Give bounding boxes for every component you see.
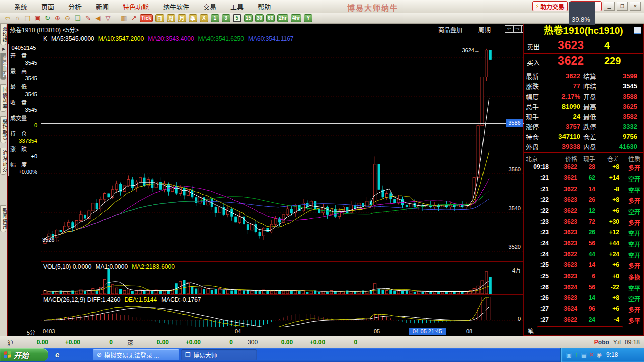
- menu-item[interactable]: 分析: [61, 0, 89, 13]
- period-button-Tick[interactable]: Tick: [140, 14, 153, 22]
- sidebar-tab-6[interactable]: 新闻资讯: [0, 205, 6, 232]
- kline-indicator-header: KMA5:3545.0000MA10:3547.2000MA20:3543.40…: [43, 35, 297, 42]
- zoom-in-icon[interactable]: ⊕: [53, 14, 62, 22]
- percent-tooltip: 39.8%: [569, 2, 595, 25]
- sidebar-tab-4[interactable]: 股指期货: [0, 116, 6, 143]
- prev-arrow-icon[interactable]: ⇦: [505, 25, 513, 33]
- start-button[interactable]: 开始: [0, 348, 48, 361]
- quote-value: 3599: [602, 72, 640, 80]
- tick-time: :24: [526, 251, 549, 259]
- tick-time: :21: [526, 186, 549, 194]
- volume-icon[interactable]: ◉: [595, 351, 603, 358]
- overlay-link[interactable]: 商品叠加: [438, 25, 462, 34]
- zoom-out-icon[interactable]: ⊖: [63, 14, 72, 22]
- ask-qty: 4: [604, 40, 610, 51]
- menu-item[interactable]: 新闻: [89, 0, 116, 13]
- usb-safely-remove-icon[interactable]: ↑: [573, 351, 580, 358]
- menu-item[interactable]: 纳牛软件: [156, 0, 196, 13]
- pbo-icon[interactable]: ▣: [33, 14, 42, 22]
- period-button-Y[interactable]: Y: [304, 14, 312, 22]
- assist-trade-button[interactable]: ⚡助力交易: [532, 1, 568, 11]
- tick-row: :22362212+6空开: [526, 207, 641, 216]
- indicator-value: MACD(26,12,9) DIFF:1.4260: [43, 296, 120, 303]
- menu-item[interactable]: 帮助: [251, 0, 278, 13]
- panel-restore-icon[interactable]: [634, 27, 641, 34]
- indicator-value: K: [43, 35, 47, 42]
- updater-icon[interactable]: ▣: [565, 351, 573, 358]
- period-button-季[interactable]: 季: [189, 14, 197, 22]
- layers-icon[interactable]: ❏: [73, 14, 82, 22]
- collapse-arrow-icon[interactable]: ▶: [0, 47, 7, 51]
- task-button[interactable]: ❒博易大师: [181, 349, 257, 360]
- close-button[interactable]: ✕: [630, 2, 641, 11]
- period-button-月[interactable]: 月: [178, 14, 186, 22]
- quote-grid: 最新3622结算3599涨跌77昨结3545幅度2.17%开盘3588总手810…: [524, 69, 643, 151]
- sidebar-tab-5[interactable]: 沪深证券: [0, 148, 6, 175]
- period-link[interactable]: 周期: [478, 25, 491, 34]
- tick-time: :22: [526, 196, 549, 205]
- quote-value: 3622: [545, 72, 583, 80]
- tick-oi-change: -22: [595, 284, 619, 292]
- quote-value: 9756: [602, 133, 640, 140]
- ie-quicklaunch-icon[interactable]: e: [55, 350, 64, 359]
- menu-item[interactable]: 系统: [7, 0, 34, 13]
- period-button-15[interactable]: 15: [244, 14, 253, 22]
- quote-value: 3588: [602, 93, 640, 100]
- sidebar-tab-1[interactable]: 双均线: [0, 24, 6, 45]
- alert-icon[interactable]: ◀: [94, 14, 102, 22]
- index-group: 3000.00+0.000: [240, 338, 357, 347]
- quote-label: 最新: [526, 71, 545, 81]
- restore-button[interactable]: ❐: [617, 2, 628, 11]
- tab-shape[interactable]: [537, 326, 623, 336]
- tab-bi[interactable]: 笔: [528, 327, 534, 335]
- network-error-icon[interactable]: ✕: [588, 351, 595, 358]
- tick-oi-change: +12: [595, 229, 619, 237]
- next-arrow-icon[interactable]: ⇨: [513, 25, 522, 33]
- minimize-button[interactable]: ▁: [604, 2, 615, 11]
- period-button-30[interactable]: 30: [255, 14, 264, 22]
- refresh-icon[interactable]: ↻: [43, 14, 52, 22]
- sidebar-tab-2[interactable]: 商品期货: [0, 53, 6, 80]
- kline-chart[interactable]: 3526→3624→: [41, 34, 523, 261]
- period-button-5[interactable]: 5: [233, 14, 242, 22]
- period-button-X[interactable]: X: [200, 14, 208, 22]
- bid-price: 3622: [558, 54, 584, 68]
- tick-row: :27362224-4多平: [526, 316, 641, 325]
- trend-chart-icon[interactable]: ↗: [130, 14, 138, 22]
- period-button-1[interactable]: 1: [211, 14, 219, 22]
- task-button[interactable]: ⊘模拟交易无法登录 ...: [93, 349, 179, 360]
- tick-row: :22362326+8多开: [526, 196, 641, 205]
- menu-item[interactable]: 交易: [196, 0, 223, 13]
- quote-panel: 热卷1910(hc1910) 卖出 3623 4 买入 3622 229 最新3…: [523, 24, 644, 336]
- tick-oi-change: +30: [595, 218, 619, 227]
- macd-pane[interactable]: MACD(26,12,9) DIFF:1.4260DEA:1.5144MACD:…: [41, 295, 524, 327]
- draw-icon[interactable]: ✎: [84, 14, 92, 22]
- period-button-2hr[interactable]: 2hr: [277, 14, 288, 22]
- quote-grid-icon[interactable]: ▦: [120, 14, 128, 22]
- tick-table[interactable]: 09:18362228+8多开:21362162+14空开:21362214-8…: [524, 162, 643, 326]
- info-label: 最 高: [9, 66, 38, 75]
- sidebar-tab-3[interactable]: 国债利率: [0, 84, 6, 112]
- home-icon[interactable]: ⌂: [13, 14, 22, 22]
- index-label: 深: [127, 338, 133, 347]
- indicator-value: VOL(5,10) 0.0000: [43, 263, 91, 270]
- toolbar: ⇦⌂▤▣↻⊕⊖❏✎◀▽▦↗Tick日周月季X1351530602hr4hrY: [0, 13, 644, 24]
- period-button-4hr[interactable]: 4hr: [291, 14, 302, 22]
- tick-price: 3622: [549, 207, 577, 216]
- filter-icon[interactable]: ▽: [104, 14, 112, 22]
- network-activity-icon[interactable]: ▤: [580, 351, 588, 358]
- back-icon[interactable]: ⇦: [3, 14, 12, 22]
- coins-icon[interactable]: ▤: [23, 14, 32, 22]
- volume-pane[interactable]: VOL(5,10) 0.0000MA1:0.0000MA2:2183.6000: [41, 262, 524, 295]
- period-button-60[interactable]: 60: [266, 14, 275, 22]
- period-button-日[interactable]: 日: [155, 14, 164, 22]
- menu-item[interactable]: 特色功能: [116, 0, 156, 13]
- indicator-value: MA40:3541.6250: [198, 35, 244, 42]
- menu-item[interactable]: 工具: [223, 0, 251, 13]
- period-button-周[interactable]: 周: [167, 14, 175, 22]
- period-button-3[interactable]: 3: [222, 14, 230, 22]
- kline-pane[interactable]: KMA5:3545.0000MA10:3547.2000MA20:3543.40…: [41, 34, 524, 262]
- tick-volume: 96: [577, 305, 595, 314]
- menu-item[interactable]: 页面: [34, 0, 61, 13]
- quote-row: 涨停3757跌停3332: [526, 121, 641, 131]
